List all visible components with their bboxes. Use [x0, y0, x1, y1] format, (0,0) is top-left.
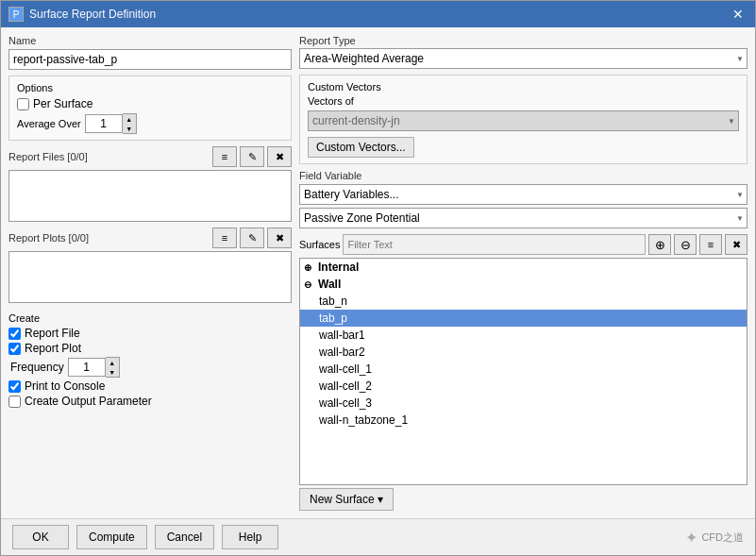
surfaces-filter-btn2[interactable]: ⊖ [674, 234, 697, 255]
watermark: ✦ CFD之道 [685, 529, 744, 547]
wall-bar2-label: wall-bar2 [319, 345, 365, 359]
report-type-group: Report Type Area-Weighted Average Mass-W… [299, 35, 748, 69]
cancel-button[interactable]: Cancel [155, 525, 214, 549]
surfaces-deselect-btn[interactable]: ✖ [725, 234, 748, 255]
tree-item-wall-n-tabzone[interactable]: wall-n_tabzone_1 [300, 412, 747, 429]
frequency-up-btn[interactable]: ▲ [106, 358, 119, 367]
print-console-label: Print to Console [25, 379, 105, 393]
average-over-label: Average Over [17, 118, 81, 129]
surfaces-label: Surfaces [299, 239, 340, 250]
surfaces-filter-btn1[interactable]: ⊕ [648, 234, 671, 255]
average-over-spinner: ▲ ▼ [85, 113, 137, 134]
report-files-label: Report Files [0/0] [8, 151, 88, 162]
wall-label: Wall [318, 278, 341, 291]
tree-item-wall-cell3[interactable]: wall-cell_3 [300, 395, 747, 412]
report-plot-row: Report Plot [8, 342, 292, 355]
title-bar: P Surface Report Definition ✕ [1, 1, 755, 27]
tree-item-tab-n[interactable]: tab_n [300, 293, 747, 310]
report-files-list-btn[interactable]: ≡ [212, 146, 237, 167]
right-panel: Report Type Area-Weighted Average Mass-W… [299, 35, 748, 511]
vectors-of-row: Vectors of [308, 95, 739, 107]
report-files-header: Report Files [0/0] ≡ ✎ ✖ [8, 146, 292, 167]
report-plots-edit-btn[interactable]: ✎ [240, 227, 264, 248]
tab-n-label: tab_n [319, 295, 347, 308]
tree-item-tab-p[interactable]: tab_p [300, 310, 747, 327]
report-plots-label: Report Plots [0/0] [8, 232, 89, 244]
field-variable-dropdown1[interactable]: Battery Variables... [299, 184, 748, 205]
report-plots-delete-btn[interactable]: ✖ [267, 227, 292, 248]
surfaces-section: Surfaces ⊕ ⊖ ≡ ✖ ⊕ Internal ⊖ [299, 234, 748, 511]
options-box: Options Per Surface Average Over ▲ ▼ [8, 76, 292, 141]
window-icon: P [8, 7, 24, 22]
print-console-row: Print to Console [8, 379, 292, 393]
spinner-buttons: ▲ ▼ [123, 113, 137, 134]
per-surface-checkbox[interactable] [17, 98, 29, 110]
surfaces-select-all-btn[interactable]: ≡ [699, 234, 722, 255]
field-variable-dropdown1-wrapper: Battery Variables... [299, 184, 748, 205]
compute-button[interactable]: Compute [76, 525, 147, 549]
tree-item-wall-cell2[interactable]: wall-cell_2 [300, 378, 747, 395]
name-input[interactable] [8, 49, 292, 70]
report-plot-checkbox[interactable] [8, 343, 21, 355]
main-content: Name Options Per Surface Average Over ▲ [1, 27, 755, 518]
report-plot-label: Report Plot [25, 342, 81, 355]
tree-item-wall-cell1[interactable]: wall-cell_1 [300, 361, 747, 378]
options-title: Options [17, 82, 283, 93]
report-files-list [8, 170, 292, 222]
report-files-section: Report Files [0/0] ≡ ✎ ✖ [8, 146, 292, 222]
tree-item-wall-bar1[interactable]: wall-bar1 [300, 327, 747, 344]
wall-bar1-label: wall-bar1 [319, 329, 365, 342]
ok-button[interactable]: OK [12, 525, 69, 549]
action-buttons: OK Compute Cancel Help [12, 525, 278, 549]
watermark-text: CFD之道 [701, 531, 744, 545]
report-files-delete-btn[interactable]: ✖ [267, 146, 292, 167]
new-surface-button[interactable]: New Surface ▾ [299, 488, 394, 511]
watermark-icon: ✦ [685, 529, 697, 547]
left-panel: Name Options Per Surface Average Over ▲ [8, 35, 292, 511]
frequency-input[interactable] [68, 358, 106, 377]
average-over-input[interactable] [85, 114, 123, 133]
frequency-spinner: ▲ ▼ [68, 357, 120, 378]
per-surface-label: Per Surface [33, 97, 92, 110]
report-file-label: Report File [25, 327, 80, 340]
frequency-down-btn[interactable]: ▼ [106, 367, 119, 377]
tree-item-internal[interactable]: ⊕ Internal [300, 259, 747, 276]
output-param-checkbox[interactable] [8, 396, 21, 408]
spinner-down-button[interactable]: ▼ [123, 124, 136, 133]
close-button[interactable]: ✕ [729, 5, 748, 24]
surfaces-list: ⊕ Internal ⊖ Wall tab_n tab_p [299, 258, 748, 485]
create-section: Create Report File Report Plot Frequency… [8, 312, 292, 410]
vectors-dropdown[interactable]: current-density-jn [308, 110, 739, 131]
report-type-select-wrapper: Area-Weighted Average Mass-Weighted Aver… [299, 48, 748, 69]
custom-vectors-box: Custom Vectors Vectors of current-densit… [299, 75, 748, 164]
wall-cell3-label: wall-cell_3 [319, 396, 372, 410]
help-button[interactable]: Help [222, 525, 278, 549]
spinner-up-button[interactable]: ▲ [123, 114, 136, 124]
field-variable-dropdown2[interactable]: Passive Zone Potential [299, 208, 748, 228]
report-file-row: Report File [8, 327, 292, 340]
custom-vectors-button[interactable]: Custom Vectors... [308, 137, 414, 158]
frequency-row: Frequency ▲ ▼ [8, 357, 292, 378]
tree-item-wall-bar2[interactable]: wall-bar2 [300, 344, 747, 361]
create-title: Create [8, 312, 292, 324]
report-plots-list [8, 251, 292, 303]
report-type-select[interactable]: Area-Weighted Average Mass-Weighted Aver… [299, 48, 748, 69]
surfaces-header: Surfaces ⊕ ⊖ ≡ ✖ [299, 234, 748, 255]
report-files-edit-btn[interactable]: ✎ [240, 146, 264, 167]
main-window: P Surface Report Definition ✕ Name Optio… [0, 0, 756, 556]
report-file-checkbox[interactable] [8, 328, 21, 340]
vectors-dropdown-wrapper: current-density-jn [308, 110, 739, 131]
print-console-checkbox[interactable] [8, 380, 21, 393]
wall-n-tabzone-label: wall-n_tabzone_1 [319, 413, 408, 427]
name-group: Name [8, 35, 292, 70]
field-variable-dropdown2-wrapper: Passive Zone Potential [299, 208, 748, 228]
frequency-spinner-btns: ▲ ▼ [106, 357, 120, 378]
report-plots-list-btn[interactable]: ≡ [212, 227, 237, 248]
wall-toggle: ⊖ [304, 279, 315, 290]
surfaces-list-inner: ⊕ Internal ⊖ Wall tab_n tab_p [300, 259, 747, 429]
frequency-label: Frequency [10, 361, 64, 374]
surfaces-filter-input[interactable] [343, 234, 646, 255]
report-type-label: Report Type [299, 35, 748, 46]
wall-cell1-label: wall-cell_1 [319, 362, 372, 376]
tree-item-wall[interactable]: ⊖ Wall [300, 276, 747, 293]
